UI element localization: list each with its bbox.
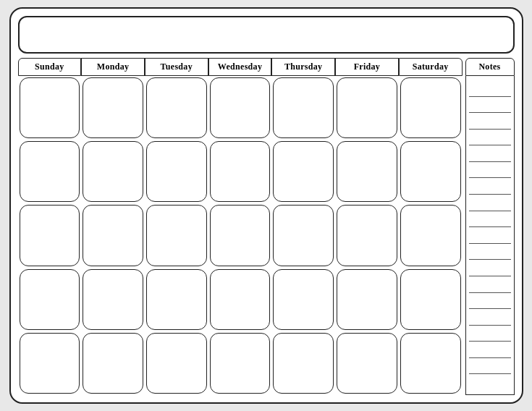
calendar-main: SundayMondayTuesdayWednesdayThursdayFrid…: [18, 58, 463, 395]
day-cell[interactable]: [400, 205, 461, 266]
notes-line: [469, 194, 511, 195]
notes-line: [469, 292, 511, 293]
day-cell[interactable]: [210, 333, 271, 394]
day-header-sunday: Sunday: [18, 58, 82, 76]
day-header-thursday: Thursday: [271, 58, 335, 76]
calendar-container: SundayMondayTuesdayWednesdayThursdayFrid…: [9, 7, 523, 404]
day-cell[interactable]: [337, 205, 397, 266]
day-cell[interactable]: [273, 205, 334, 266]
day-header-friday: Friday: [335, 58, 399, 76]
day-cell[interactable]: [20, 333, 80, 394]
day-cell[interactable]: [210, 205, 271, 266]
day-cell[interactable]: [400, 333, 461, 394]
notes-line: [469, 373, 511, 374]
notes-line: [469, 161, 511, 162]
week-row-1: [18, 140, 463, 203]
day-cell[interactable]: [400, 269, 461, 330]
notes-line: [469, 96, 511, 97]
day-cell[interactable]: [146, 141, 207, 202]
day-cell[interactable]: [83, 269, 143, 330]
notes-line: [469, 145, 511, 145]
notes-line: [469, 341, 511, 342]
week-row-4: [18, 331, 463, 395]
day-cell[interactable]: [146, 269, 207, 330]
notes-line: [469, 308, 511, 309]
notes-line: [469, 325, 511, 326]
day-cell[interactable]: [273, 269, 334, 330]
day-cell[interactable]: [83, 141, 143, 202]
day-cell[interactable]: [146, 333, 207, 394]
day-cell[interactable]: [20, 269, 80, 330]
day-cell[interactable]: [273, 141, 334, 202]
day-cell[interactable]: [83, 333, 143, 394]
day-cell[interactable]: [83, 205, 143, 266]
day-cell[interactable]: [210, 141, 271, 202]
notes-lines: [465, 76, 515, 395]
notes-line: [469, 357, 511, 358]
day-cell[interactable]: [146, 205, 207, 266]
day-cell[interactable]: [146, 77, 207, 138]
notes-line: [469, 276, 511, 276]
notes-line: [469, 177, 511, 178]
notes-line: [469, 211, 511, 211]
day-cell[interactable]: [273, 77, 334, 138]
day-cell[interactable]: [210, 77, 271, 138]
day-header-saturday: Saturday: [399, 58, 463, 76]
notes-line: [469, 112, 511, 113]
day-cell[interactable]: [337, 333, 397, 394]
notes-line: [469, 243, 511, 244]
day-header-tuesday: Tuesday: [145, 58, 208, 76]
day-headers: SundayMondayTuesdayWednesdayThursdayFrid…: [18, 58, 463, 76]
day-cell[interactable]: [20, 141, 80, 202]
day-cell[interactable]: [400, 141, 461, 202]
day-cell[interactable]: [337, 77, 397, 138]
week-row-3: [18, 268, 463, 331]
day-cell[interactable]: [273, 333, 334, 394]
weeks-grid: [18, 76, 463, 395]
notes-line: [469, 129, 511, 130]
day-cell[interactable]: [400, 77, 461, 138]
day-cell[interactable]: [337, 269, 397, 330]
week-row-0: [18, 76, 463, 140]
notes-line: [469, 226, 511, 227]
day-header-wednesday: Wednesday: [208, 58, 272, 76]
notes-header: Notes: [465, 58, 515, 76]
notes-column: Notes: [465, 58, 515, 395]
title-bar[interactable]: [18, 16, 515, 54]
week-row-2: [18, 203, 463, 267]
day-cell[interactable]: [20, 77, 80, 138]
day-cell[interactable]: [337, 141, 397, 202]
notes-line: [469, 259, 511, 260]
calendar-body: SundayMondayTuesdayWednesdayThursdayFrid…: [18, 58, 515, 395]
day-cell[interactable]: [83, 77, 143, 138]
day-cell[interactable]: [20, 205, 80, 266]
day-header-monday: Monday: [81, 58, 145, 76]
day-cell[interactable]: [210, 269, 271, 330]
